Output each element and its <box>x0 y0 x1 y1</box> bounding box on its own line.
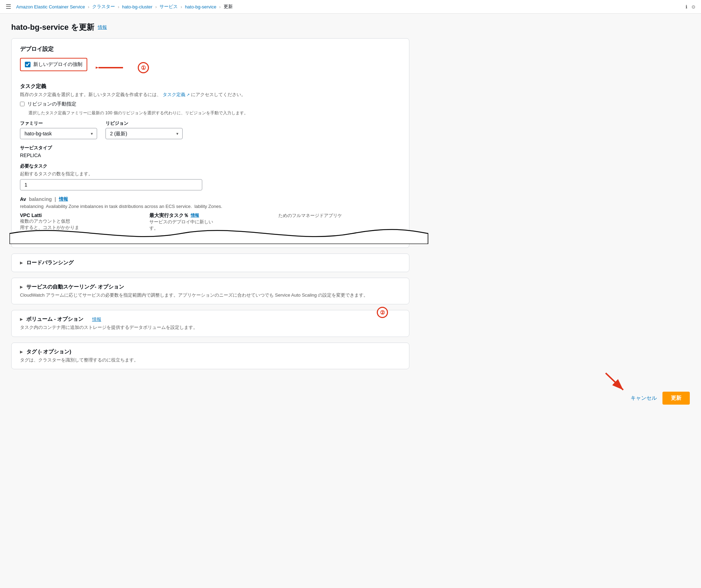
deploy-settings-card: デプロイ設定 新しいデプロイの強制 ① タスク定義 <box>11 38 409 248</box>
arrow-left-icon <box>96 61 124 74</box>
revision-field-group: リビジョン 2 (最新) <box>106 120 183 139</box>
tags-title: ▶ タグ (- オプション) <box>20 349 401 355</box>
task-def-desc: 既存のタスク定義を選択します。新しいタスク定義を作成するには、 タスク定義 ↗ … <box>20 91 401 98</box>
av-info-link[interactable]: 情報 <box>59 196 68 202</box>
manual-revision-row: リビジョンの手動指定 <box>20 101 401 107</box>
nav-sep-3: › <box>155 4 157 9</box>
nav-sep-1: › <box>88 4 89 9</box>
svg-line-3 <box>606 373 623 390</box>
force-deploy-row: 新しいデプロイの強制 <box>20 58 87 71</box>
revision-select[interactable]: 2 (最新) <box>106 128 183 139</box>
tags-collapse-icon: ▶ <box>20 350 23 354</box>
page-content: hato-bg-service を更新 情報 デプロイ設定 新しいデプロイの強制 <box>0 14 421 383</box>
wave-area: Av balancing | 情報 rebalancing Availabili… <box>20 196 401 241</box>
nav-icons: ℹ ⊙ <box>686 4 695 9</box>
info-icon[interactable]: ℹ <box>686 4 687 9</box>
page-title-text: hato-bg-service を更新 <box>11 22 94 33</box>
external-link-icon: ↗ <box>186 93 190 97</box>
revision-label: リビジョン <box>106 120 183 127</box>
required-tasks-label: 必要なタスク <box>20 163 401 169</box>
family-select-wrapper: hato-bg-task <box>20 128 97 139</box>
manual-revision-label: リビジョンの手動指定 <box>27 101 76 107</box>
service-type-value: REPLICA <box>20 153 401 158</box>
required-tasks-section: 必要なタスク 起動するタスクの数を指定します。 <box>20 163 401 190</box>
autoscaling-collapse-icon: ▶ <box>20 285 23 289</box>
clock-icon[interactable]: ⊙ <box>692 4 695 9</box>
page-footer: キャンセル 更新 <box>0 383 701 413</box>
task-definition-section: タスク定義 既存のタスク定義を選択します。新しいタスク定義を作成するには、 タス… <box>20 83 401 139</box>
av-desc: rebalancing Availability Zone imbalances… <box>20 204 401 209</box>
load-balancing-label: ロードバランシング <box>26 259 74 266</box>
tags-label: タグ (- オプション) <box>26 349 71 355</box>
tags-desc: タグは、クラスターを識別して整理するのに役立ちます。 <box>20 357 401 364</box>
family-label: ファミリー <box>20 120 97 127</box>
arrow-down-right-icon <box>602 370 627 394</box>
autoscaling-desc: CloudWatch アラームに応じてサービスの必要数を指定範囲内で調整します。… <box>20 292 401 299</box>
annotation-2-container: ② <box>371 307 388 318</box>
load-balancing-title: ▶ ロードバランシング <box>20 259 401 266</box>
volume-title: ▶ ボリューム - オプション 情報 <box>20 316 401 323</box>
deploy-section-title: デプロイ設定 <box>20 46 401 53</box>
wave-columns: VPC Latti 複数のアカウントと仮想 用すると、コストがかかりま 最大実行… <box>20 212 401 241</box>
tags-card[interactable]: ▶ タグ (- オプション) タグは、クラスターを識別して整理するのに役立ちます… <box>11 343 409 370</box>
volume-desc: タスク内のコンテナ用に追加のストレージを提供するデータボリュームを設定します。 <box>20 324 401 331</box>
page-title: hato-bg-service を更新 情報 <box>11 22 409 33</box>
page-info-link[interactable]: 情報 <box>98 24 107 31</box>
cancel-button[interactable]: キャンセル <box>631 395 657 401</box>
annotation-circle-2: ② <box>377 307 388 318</box>
load-balancing-card[interactable]: ▶ ロードバランシング <box>11 254 409 272</box>
volume-label: ボリューム - オプション <box>26 316 83 323</box>
nav-services-link[interactable]: サービス <box>159 4 178 10</box>
av-balancing-title: Av balancing | 情報 <box>20 196 401 202</box>
annotation-circle-1: ① <box>138 62 149 73</box>
hamburger-icon[interactable]: ☰ <box>6 3 11 11</box>
task-def-link[interactable]: タスク定義 ↗ <box>163 92 191 97</box>
manual-revision-note: 選択したタスク定義ファミリーに最新の 100 個のリビジョンを選択する代わりに、… <box>28 110 401 116</box>
max-task-col: 最大実行タスク％ 情報 サービスのデプロイ中に新しい す。 <box>149 212 272 241</box>
vpc-col: VPC Latti 複数のアカウントと仮想 用すると、コストがかかりま <box>20 212 142 241</box>
volume-collapse-icon: ▶ <box>20 317 23 321</box>
nav-cluster-name-link[interactable]: hato-bg-cluster <box>122 4 152 9</box>
autoscaling-card[interactable]: ▶ サービスの自動スケーリング- オプション CloudWatch アラームに応… <box>11 278 409 305</box>
collapse-icon: ▶ <box>20 261 23 265</box>
nav-sep-2: › <box>118 4 119 9</box>
required-tasks-desc: 起動するタスクの数を指定します。 <box>20 171 401 177</box>
nav-cluster-link[interactable]: クラスター <box>92 4 115 10</box>
service-type-label: サービスタイプ <box>20 145 401 151</box>
family-field-group: ファミリー hato-bg-task <box>20 120 97 139</box>
nav-ecs-link[interactable]: Amazon Elastic Container Service <box>16 4 85 9</box>
family-revision-row: ファミリー hato-bg-task リビジョン 2 (最新) <box>20 120 401 139</box>
required-tasks-input[interactable] <box>20 179 202 190</box>
top-nav: ☰ Amazon Elastic Container Service › クラス… <box>0 0 701 14</box>
task-def-title: タスク定義 <box>20 83 401 90</box>
max-task-info-link[interactable]: 情報 <box>191 212 199 218</box>
autoscaling-label: サービスの自動スケーリング- オプション <box>26 284 124 290</box>
manual-revision-checkbox[interactable] <box>20 102 25 106</box>
revision-select-wrapper: 2 (最新) <box>106 128 183 139</box>
nav-sep-5: › <box>219 4 220 9</box>
nav-service-name-link[interactable]: hato-bg-service <box>185 4 217 9</box>
volume-info-link[interactable]: 情報 <box>92 316 101 323</box>
force-deploy-checkbox[interactable] <box>25 62 30 67</box>
service-type-section: サービスタイプ REPLICA <box>20 145 401 158</box>
autoscaling-title: ▶ サービスの自動スケーリング- オプション <box>20 284 401 290</box>
nav-current: 更新 <box>224 4 233 10</box>
update-button[interactable]: 更新 <box>662 392 690 405</box>
managed-col: ためのフルマネージドアプリケ <box>278 212 401 241</box>
volume-section-card: ② ▶ ボリューム - オプション 情報 タスク内のコンテナ用に追加のストレージ… <box>11 310 409 337</box>
force-deploy-label: 新しいデプロイの強制 <box>33 61 82 68</box>
nav-sep-4: › <box>181 4 182 9</box>
family-select[interactable]: hato-bg-task <box>20 128 97 139</box>
